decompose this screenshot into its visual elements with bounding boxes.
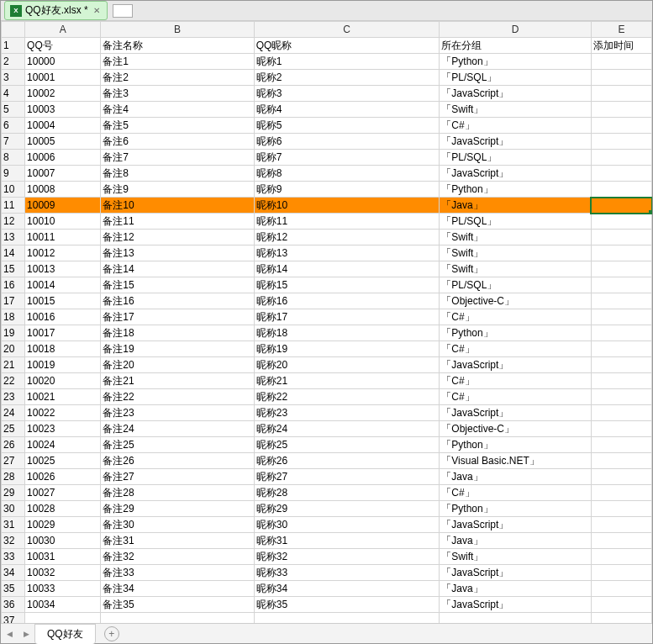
cell[interactable]: 「Python」 bbox=[440, 54, 591, 70]
row-header[interactable]: 26 bbox=[2, 437, 25, 453]
row-header[interactable]: 6 bbox=[2, 118, 25, 134]
cell[interactable]: 10032 bbox=[25, 565, 101, 581]
cell[interactable]: 昵称19 bbox=[254, 341, 440, 357]
cell[interactable]: 10004 bbox=[25, 118, 101, 134]
cell[interactable]: 备注12 bbox=[101, 230, 254, 245]
cell[interactable]: 备注16 bbox=[101, 293, 254, 309]
cell[interactable] bbox=[440, 613, 591, 624]
add-sheet-button[interactable]: + bbox=[104, 626, 119, 641]
cell[interactable]: 备注31 bbox=[101, 533, 254, 549]
cell[interactable]: 备注26 bbox=[101, 453, 254, 469]
cell[interactable] bbox=[101, 613, 254, 624]
cell[interactable]: 昵称15 bbox=[254, 277, 440, 293]
sheet-nav-next-icon[interactable]: ▶ bbox=[18, 630, 34, 638]
cell[interactable]: 昵称20 bbox=[254, 357, 440, 373]
cell[interactable]: 10000 bbox=[25, 54, 101, 70]
cell[interactable]: 备注22 bbox=[101, 389, 254, 405]
cell[interactable]: 10033 bbox=[25, 581, 101, 597]
column-header-B[interactable]: B bbox=[101, 22, 254, 38]
cell[interactable]: 「Objective-C」 bbox=[440, 293, 591, 309]
cell[interactable]: 昵称17 bbox=[254, 309, 440, 325]
row-header[interactable]: 3 bbox=[2, 70, 25, 86]
cell[interactable]: 昵称23 bbox=[254, 405, 440, 421]
row-header[interactable]: 25 bbox=[2, 421, 25, 437]
cell[interactable]: 备注6 bbox=[101, 134, 254, 150]
cell[interactable]: 10017 bbox=[25, 325, 101, 341]
row-header[interactable]: 28 bbox=[2, 469, 25, 485]
cell[interactable]: 「PL/SQL」 bbox=[440, 70, 591, 86]
column-header-A[interactable]: A bbox=[25, 22, 101, 38]
spreadsheet-area[interactable]: A B C D E 1 QQ号 备注名称 QQ昵称 所在分组 添加时间21000… bbox=[1, 21, 652, 623]
cell[interactable]: 备注9 bbox=[101, 182, 254, 198]
cell[interactable]: 10001 bbox=[25, 70, 101, 86]
row-header[interactable]: 22 bbox=[2, 373, 25, 389]
cell[interactable]: 备注27 bbox=[101, 469, 254, 485]
cell[interactable] bbox=[591, 469, 651, 485]
cell[interactable]: 「Swift」 bbox=[440, 261, 591, 277]
cell[interactable] bbox=[591, 70, 651, 86]
cell[interactable] bbox=[591, 533, 651, 549]
cell[interactable]: 备注28 bbox=[101, 485, 254, 501]
cell[interactable]: 10020 bbox=[25, 373, 101, 389]
cell[interactable] bbox=[591, 565, 651, 581]
cell[interactable]: 10008 bbox=[25, 182, 101, 198]
cell[interactable]: 昵称22 bbox=[254, 389, 440, 405]
cell[interactable]: 备注32 bbox=[101, 549, 254, 565]
row-header[interactable]: 5 bbox=[2, 102, 25, 118]
cell[interactable]: 10021 bbox=[25, 389, 101, 405]
cell[interactable] bbox=[591, 453, 651, 469]
cell[interactable]: 昵称33 bbox=[254, 565, 440, 581]
cell[interactable]: 10006 bbox=[25, 150, 101, 166]
cell[interactable]: 「C#」 bbox=[440, 373, 591, 389]
cell[interactable]: 昵称11 bbox=[254, 214, 440, 230]
cell[interactable] bbox=[591, 182, 651, 198]
file-tab[interactable]: X QQ好友.xlsx * ✕ bbox=[4, 1, 108, 20]
sheet-nav-prev-icon[interactable]: ◀ bbox=[1, 630, 18, 638]
cell[interactable]: 「Swift」 bbox=[440, 549, 591, 565]
cell[interactable]: 10026 bbox=[25, 469, 101, 485]
cell[interactable]: 昵称30 bbox=[254, 517, 440, 533]
row-header[interactable]: 30 bbox=[2, 501, 25, 517]
cell[interactable]: 备注8 bbox=[101, 166, 254, 182]
cell[interactable]: 「C#」 bbox=[440, 118, 591, 134]
cell[interactable]: 备注名称 bbox=[101, 38, 254, 54]
cell[interactable]: 昵称25 bbox=[254, 437, 440, 453]
column-header-D[interactable]: D bbox=[440, 22, 591, 38]
cell[interactable] bbox=[591, 214, 651, 230]
cell[interactable] bbox=[591, 501, 651, 517]
row-header[interactable]: 4 bbox=[2, 86, 25, 102]
cell[interactable] bbox=[591, 405, 651, 421]
cell[interactable] bbox=[591, 166, 651, 182]
cell[interactable]: 昵称35 bbox=[254, 597, 440, 613]
cell[interactable]: 「Python」 bbox=[440, 182, 591, 198]
cell[interactable]: 备注35 bbox=[101, 597, 254, 613]
cell[interactable]: 昵称7 bbox=[254, 150, 440, 166]
cell[interactable] bbox=[591, 86, 651, 102]
cell[interactable] bbox=[591, 54, 651, 70]
cell[interactable]: 昵称32 bbox=[254, 549, 440, 565]
cell[interactable]: 添加时间 bbox=[591, 38, 651, 54]
cell[interactable]: 10016 bbox=[25, 309, 101, 325]
cell[interactable]: 昵称24 bbox=[254, 421, 440, 437]
cell[interactable] bbox=[591, 549, 651, 565]
cell[interactable]: 「C#」 bbox=[440, 341, 591, 357]
cell[interactable]: 备注20 bbox=[101, 357, 254, 373]
cell[interactable]: 备注24 bbox=[101, 421, 254, 437]
cell[interactable]: 昵称1 bbox=[254, 54, 440, 70]
cell[interactable]: 备注5 bbox=[101, 118, 254, 134]
cell[interactable]: 10029 bbox=[25, 517, 101, 533]
cell[interactable] bbox=[591, 341, 651, 357]
cell[interactable]: 所在分组 bbox=[440, 38, 591, 54]
cell[interactable]: 「Swift」 bbox=[440, 102, 591, 118]
cell[interactable]: 10027 bbox=[25, 485, 101, 501]
cell[interactable]: 「C#」 bbox=[440, 309, 591, 325]
close-icon[interactable]: ✕ bbox=[92, 6, 102, 15]
cell[interactable]: 10010 bbox=[25, 214, 101, 230]
cell[interactable]: 10030 bbox=[25, 533, 101, 549]
cell[interactable]: 「JavaScript」 bbox=[440, 134, 591, 150]
cell[interactable]: 昵称27 bbox=[254, 469, 440, 485]
cell[interactable]: 备注33 bbox=[101, 565, 254, 581]
cell[interactable]: 10018 bbox=[25, 341, 101, 357]
cell[interactable]: 「C#」 bbox=[440, 389, 591, 405]
cell[interactable]: 备注7 bbox=[101, 150, 254, 166]
